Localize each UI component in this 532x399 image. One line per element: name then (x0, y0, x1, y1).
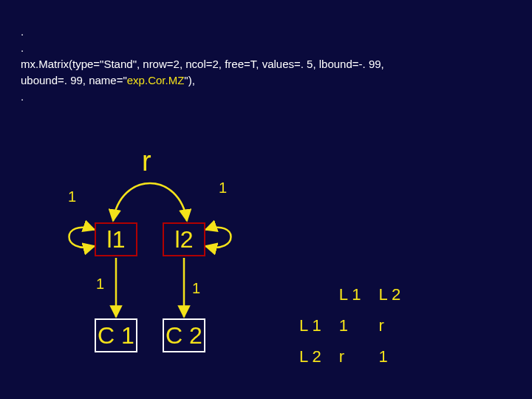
code-highlight: exp.Cor.MZ (127, 74, 185, 86)
matrix-cell-22: 1 (379, 341, 419, 372)
code-line-3: mx.Matrix(type="Stand", nrow=2, ncol=2, … (21, 56, 384, 72)
correlation-matrix: L 1 L 2 L 1 1 r L 2 r 1 (299, 279, 418, 372)
matrix-cell-11: 1 (339, 310, 379, 341)
code-line-5: . (21, 89, 384, 105)
code-block: . . mx.Matrix(type="Stand", nrow=2, ncol… (21, 24, 384, 105)
code-line-1: . (21, 24, 384, 40)
code-line-4: ubound=. 99, name="exp.Cor.MZ"), (21, 72, 384, 89)
node-observed-c1: C 1 (95, 318, 137, 352)
matrix-cell-21: r (339, 341, 379, 372)
path-label-1-left: 1 (96, 276, 104, 293)
correlation-label-r: r (142, 146, 151, 177)
self-loop-label-left: 1 (68, 188, 76, 205)
node-latent-l1: l1 (95, 222, 137, 256)
matrix-col-header-2: L 2 (379, 279, 419, 310)
node-observed-c2: C 2 (163, 318, 205, 352)
path-label-1-right: 1 (192, 280, 200, 297)
self-loop-label-right: 1 (219, 180, 227, 197)
path-diagram: r 1 1 l1 l2 1 1 C 1 C 2 (74, 144, 244, 388)
matrix-row-header-2: L 2 (299, 341, 339, 372)
matrix-cell-12: r (379, 310, 419, 341)
node-latent-l2: l2 (163, 222, 205, 256)
code-line-2: . (21, 40, 384, 56)
matrix-row-header-1: L 1 (299, 310, 339, 341)
matrix-col-header-1: L 1 (339, 279, 379, 310)
